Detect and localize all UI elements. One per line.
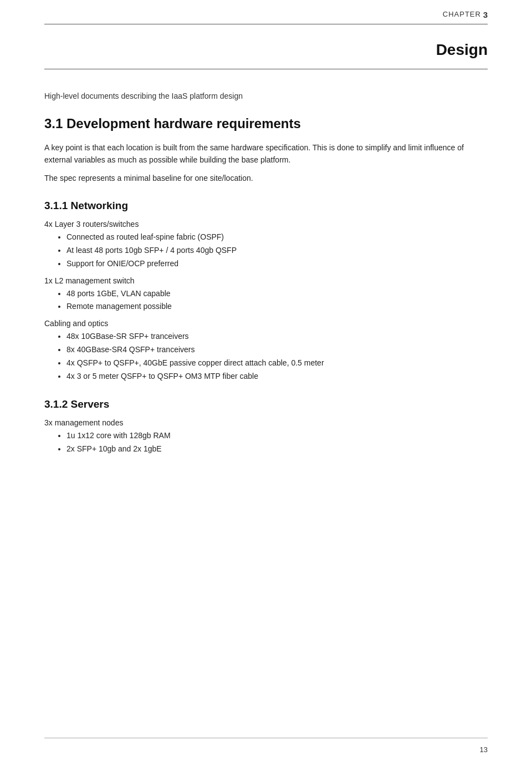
list-item: 4x 3 or 5 meter QSFP+ to QSFP+ OM3 MTP f… bbox=[66, 370, 488, 383]
list-item: 1u 1x12 core with 128gb RAM bbox=[66, 429, 488, 443]
list-item: Remote management possible bbox=[66, 300, 488, 313]
list-item: At least 48 ports 10gb SFP+ / 4 ports 40… bbox=[66, 244, 488, 257]
section-3-1-1-heading: 3.1.1 Networking bbox=[44, 200, 488, 212]
list-item: 48 ports 1GbE, VLAN capable bbox=[66, 287, 488, 301]
chapter-number: 3 bbox=[483, 10, 488, 19]
l2-switch-label: 1x L2 management switch bbox=[44, 276, 488, 285]
cabling-label: Cabling and optics bbox=[44, 319, 488, 328]
bottom-rule bbox=[44, 69, 488, 69]
list-item: 8x 40GBase-SR4 QSFP+ tranceivers bbox=[66, 343, 488, 357]
list-item: Connected as routed leaf-spine fabric (O… bbox=[66, 231, 488, 244]
networking-list-2: 48 ports 1GbE, VLAN capable Remote manag… bbox=[55, 287, 488, 314]
networking-list-1: Connected as routed leaf-spine fabric (O… bbox=[55, 231, 488, 270]
list-item: 48x 10GBase-SR SFP+ tranceivers bbox=[66, 330, 488, 343]
section-3-1-2-heading: 3.1.2 Servers bbox=[44, 398, 488, 410]
page-number: 13 bbox=[480, 745, 488, 754]
networking-list-3: 48x 10GBase-SR SFP+ tranceivers 8x 40GBa… bbox=[55, 330, 488, 383]
list-item: 4x QSFP+ to QSFP+, 40GbE passive copper … bbox=[66, 357, 488, 370]
list-item: 2x SFP+ 10gb and 2x 1gbE bbox=[66, 443, 488, 456]
section-3-1-heading: 3.1 Development hardware requirements bbox=[44, 116, 488, 131]
page-title: Design bbox=[44, 24, 488, 69]
page: CHAPTER 3 Design High-level documents de… bbox=[0, 0, 532, 766]
servers-list-1: 1u 1x12 core with 128gb RAM 2x SFP+ 10gb… bbox=[55, 429, 488, 456]
section-3-1-para-1: A key point is that each location is bui… bbox=[44, 141, 488, 166]
page-bottom-rule bbox=[44, 738, 488, 738]
chapter-header: CHAPTER 3 bbox=[44, 0, 488, 24]
chapter-label: CHAPTER bbox=[443, 10, 481, 19]
intro-text: High-level documents describing the IaaS… bbox=[44, 92, 488, 100]
section-3-1-para-2: The spec represents a minimal baseline f… bbox=[44, 172, 488, 184]
servers-intro: 3x management nodes bbox=[44, 418, 488, 427]
networking-intro: 4x Layer 3 routers/switches bbox=[44, 220, 488, 229]
list-item: Support for ONIE/OCP preferred bbox=[66, 257, 488, 271]
